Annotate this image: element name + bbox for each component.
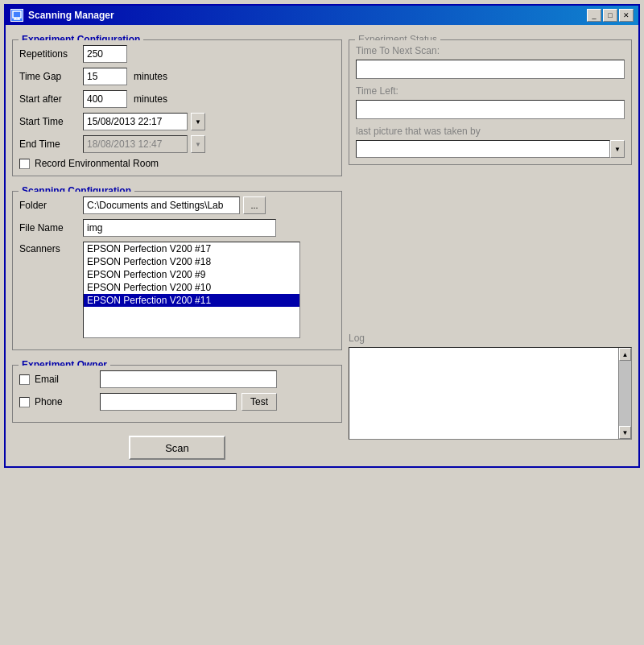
scroll-up-button[interactable]: ▲ [619, 348, 631, 361]
close-button[interactable]: ✕ [619, 9, 634, 22]
time-gap-label: Time Gap [19, 71, 80, 82]
scan-btn-row: Scan [12, 436, 342, 460]
email-input[interactable] [100, 370, 277, 388]
record-env-checkbox[interactable] [19, 159, 30, 169]
file-name-label: File Name [19, 222, 80, 234]
experiment-owner-box: Email Phone Test [12, 366, 342, 423]
time-left-label: Time Left: [356, 85, 625, 97]
start-time-dropdown[interactable]: ▼ [191, 113, 205, 130]
scanning-config-group: Scanning Configuration Folder ... File N… [12, 191, 342, 350]
time-left-input [356, 100, 625, 119]
log-label: Log [349, 333, 632, 344]
browse-button[interactable]: ... [243, 196, 266, 214]
scanner-item-1[interactable]: EPSON Perfection V200 #17 [84, 242, 299, 255]
last-picture-dropdown[interactable]: ▼ [610, 140, 625, 158]
window-title: Scanning Manager [28, 10, 114, 21]
folder-row: Folder ... [19, 196, 335, 214]
title-bar: Scanning Manager _ □ ✕ [6, 6, 638, 25]
main-window: Scanning Manager _ □ ✕ Experiment Config… [4, 4, 640, 468]
time-to-next-scan-label: Time To Next Scan: [356, 45, 625, 56]
scanner-item-2[interactable]: EPSON Perfection V200 #18 [84, 255, 299, 268]
last-picture-label: last picture that was taken by [356, 126, 625, 137]
end-time-label: End Time [19, 139, 80, 150]
record-env-label: Record Environmental Room [35, 158, 159, 169]
scanners-label: Scanners [19, 243, 80, 254]
start-after-label: Start after [19, 93, 80, 105]
app-icon [10, 9, 23, 22]
scanners-row: Scanners EPSON Perfection V200 #17 EPSON… [19, 242, 335, 338]
svg-rect-0 [13, 11, 21, 18]
experiment-config-group: Experiment Configuration Repetitions Tim… [12, 39, 342, 176]
last-picture-row: ▼ [356, 140, 625, 158]
folder-label: Folder [19, 200, 80, 211]
end-time-input [83, 135, 188, 153]
title-bar-left: Scanning Manager [10, 9, 114, 22]
email-checkbox[interactable] [19, 374, 30, 385]
scrollbar-track [619, 361, 631, 426]
start-after-input[interactable] [83, 90, 127, 108]
scanner-item-3[interactable]: EPSON Perfection V200 #9 [84, 268, 299, 281]
right-panel: Experiment Status Time To Next Scan: Tim… [349, 31, 632, 460]
time-to-next-scan-input [356, 60, 625, 79]
record-env-row: Record Environmental Room [19, 158, 335, 169]
start-time-row: Start Time ▼ [19, 113, 335, 130]
start-after-unit: minutes [134, 93, 167, 105]
time-gap-input[interactable] [83, 68, 127, 85]
scanning-config-box: Folder ... File Name Scanners EPSON Perf… [12, 192, 342, 350]
phone-label: Phone [35, 396, 95, 407]
end-time-row: End Time ▼ [19, 135, 335, 153]
phone-input[interactable] [100, 393, 237, 411]
maximize-button[interactable]: □ [603, 9, 617, 22]
start-time-label: Start Time [19, 116, 80, 127]
scanner-item-5[interactable]: EPSON Perfection V200 #11 [84, 294, 299, 307]
log-scrollbar[interactable]: ▲ ▼ [618, 348, 631, 439]
start-time-input[interactable] [83, 113, 188, 130]
log-section: Log ▲ ▼ [349, 333, 632, 440]
scan-button[interactable]: Scan [129, 436, 225, 460]
email-row: Email [19, 370, 335, 388]
start-after-row: Start after minutes [19, 90, 335, 108]
minimize-button[interactable]: _ [587, 9, 601, 22]
exp-status-group: Experiment Status Time To Next Scan: Tim… [349, 39, 632, 165]
scanner-item-4[interactable]: EPSON Perfection V200 #10 [84, 281, 299, 294]
left-panel: Experiment Configuration Repetitions Tim… [12, 31, 342, 460]
email-label: Email [35, 374, 95, 385]
window-content: Experiment Configuration Repetitions Tim… [6, 25, 638, 466]
phone-row: Phone Test [19, 393, 335, 411]
folder-input[interactable] [83, 196, 240, 214]
end-time-dropdown: ▼ [191, 135, 205, 153]
experiment-owner-group: Experiment Owner Email Phone Test [12, 365, 342, 423]
scanner-list[interactable]: EPSON Perfection V200 #17 EPSON Perfecti… [83, 242, 300, 338]
time-gap-row: Time Gap minutes [19, 68, 335, 85]
experiment-config-box: Repetitions Time Gap minutes Start after… [12, 40, 342, 176]
repetitions-row: Repetitions [19, 45, 335, 63]
title-buttons: _ □ ✕ [587, 9, 634, 22]
repetitions-input[interactable] [83, 45, 127, 63]
time-gap-unit: minutes [134, 71, 167, 82]
phone-checkbox[interactable] [19, 397, 30, 407]
scroll-down-button[interactable]: ▼ [619, 426, 631, 439]
last-picture-input [356, 140, 610, 158]
file-name-input[interactable] [83, 219, 276, 237]
file-name-row: File Name [19, 219, 335, 237]
repetitions-label: Repetitions [19, 48, 80, 60]
exp-status-box: Time To Next Scan: Time Left: last pictu… [349, 40, 632, 165]
test-button[interactable]: Test [242, 393, 277, 411]
log-box: ▲ ▼ [349, 347, 632, 440]
